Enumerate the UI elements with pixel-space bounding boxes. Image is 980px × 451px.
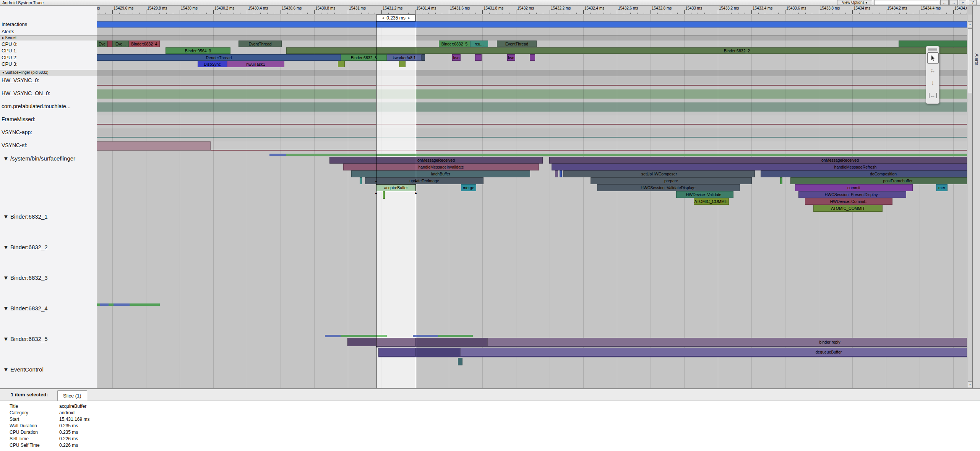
scrollbar-thumb[interactable]: [968, 28, 972, 93]
view-options-button[interactable]: View Options ▾: [837, 0, 872, 5]
trace-slice[interactable]: [269, 154, 286, 156]
trace-slice[interactable]: [780, 177, 782, 184]
trace-slice[interactable]: [97, 21, 967, 28]
track-label-vsync-sf-[interactable]: VSYNC-sf:: [2, 142, 28, 149]
trace-slice[interactable]: Binder:6832_5: [439, 41, 470, 47]
pan-move-icon[interactable]: ↔↕: [927, 65, 938, 76]
track-label-com-prefabulated-touchlate-[interactable]: com.prefabulated.touchlate...: [2, 103, 71, 110]
trace-slice[interactable]: mer: [936, 184, 948, 191]
trace-slice[interactable]: [341, 335, 376, 337]
track-label-binder-6832-1[interactable]: ▼ Binder:6832_1: [3, 213, 48, 220]
selection-corner-handle[interactable]: ▲: [414, 191, 417, 195]
vertical-scrollbar[interactable]: ▲ ▼: [967, 15, 973, 388]
time-ruler[interactable]: 15429.4 ms15429.6 ms15429.8 ms15430 ms15…: [97, 5, 967, 15]
trace-slice[interactable]: onMessageReceived: [329, 157, 543, 164]
trace-slice[interactable]: rcu...: [470, 41, 488, 47]
trace-slice[interactable]: [438, 335, 473, 337]
track-label-binder-6832-2[interactable]: ▼ Binder:6832_2: [3, 244, 48, 251]
selection-cursor-icon[interactable]: [927, 52, 939, 64]
trace-slice[interactable]: [415, 348, 460, 356]
more-button[interactable]: »: [959, 0, 966, 5]
timing-span-icon[interactable]: ↔: [927, 90, 938, 101]
track-label-hw-vsync-0-[interactable]: HW_VSYNC_0:: [2, 77, 39, 84]
trace-slice[interactable]: ATOMIC_COMMIT: [694, 198, 729, 205]
selection-end-line[interactable]: [416, 15, 416, 388]
section-header-kernel[interactable]: ▸ Kernel: [2, 35, 16, 40]
trace-slice[interactable]: onMessageReceived: [549, 157, 967, 164]
trace-slice[interactable]: kso: [452, 54, 461, 61]
trace-slice[interactable]: [325, 335, 341, 337]
trace-slice[interactable]: [97, 303, 100, 306]
trace-slice[interactable]: [383, 191, 385, 199]
trace-slice[interactable]: Binder:6832_4: [129, 41, 160, 47]
trace-slice[interactable]: binder reply: [487, 338, 967, 346]
trace-slice[interactable]: [378, 348, 415, 356]
trace-slice[interactable]: [338, 61, 345, 67]
track-label--system-bin-surfaceflinger[interactable]: ▼ /system/bin/surfaceflinger: [3, 155, 75, 162]
trace-slice[interactable]: Binder:6832_2: [286, 47, 967, 54]
trace-slice[interactable]: dequeueBuffer: [460, 348, 967, 356]
track-label-alerts[interactable]: Alerts: [2, 28, 14, 35]
section-header-surfaceflinger-pid-6832-[interactable]: ▾ SurfaceFlinger (pid 6832): [2, 70, 49, 75]
scroll-down-icon[interactable]: ▼: [968, 381, 972, 387]
trace-slice[interactable]: [413, 335, 438, 337]
trace-slice[interactable]: [555, 170, 558, 177]
trace-slice[interactable]: prepare: [591, 177, 752, 184]
track-label-cpu-2-[interactable]: CPU 2:: [2, 54, 18, 61]
trace-slice[interactable]: updateTexImage: [365, 177, 484, 184]
alerts-side-tab[interactable]: Alerts: [972, 5, 980, 388]
selection-corner-handle[interactable]: ▲: [375, 191, 378, 195]
trace-slice[interactable]: Binder:6832_5: [341, 54, 387, 61]
trace-slice[interactable]: EventThread: [497, 41, 537, 47]
selection-corner-handle[interactable]: ▼: [414, 180, 417, 183]
trace-slice[interactable]: HWCSession::ValidateDisplay::: [597, 184, 740, 191]
trace-slice[interactable]: [415, 338, 487, 346]
track-label-framemissed-[interactable]: FrameMissed:: [2, 116, 36, 123]
trace-slice[interactable]: [378, 356, 967, 357]
trace-slice[interactable]: [530, 54, 535, 61]
trace-slice[interactable]: [422, 54, 425, 61]
trace-slice[interactable]: hwuiTask1: [227, 61, 284, 67]
trace-slice[interactable]: merge: [461, 184, 476, 191]
trace-slice[interactable]: postFramebuffer: [790, 177, 967, 184]
track-label-cpu-0-[interactable]: CPU 0:: [2, 41, 18, 48]
track-label-cpu-1-[interactable]: CPU 1:: [2, 47, 18, 54]
trace-slice[interactable]: [114, 303, 130, 306]
tab-slice[interactable]: Slice (1): [57, 390, 87, 401]
search-input[interactable]: [874, 0, 939, 5]
trace-slice[interactable]: [130, 303, 160, 306]
track-label-cpu-3-[interactable]: CPU 3:: [2, 61, 18, 68]
trace-slice[interactable]: HWDevice::Commit::: [805, 198, 892, 205]
trace-slice[interactable]: [376, 346, 967, 347]
nav-back-button[interactable]: ←: [940, 0, 949, 5]
trace-slice[interactable]: kworker/u8:1: [387, 54, 422, 61]
trace-slice[interactable]: [97, 141, 211, 151]
trace-slice[interactable]: [100, 303, 109, 306]
trace-slice[interactable]: Binder:9564_3: [165, 47, 230, 54]
palette-drag-grip[interactable]: [928, 48, 937, 51]
trace-slice[interactable]: DispSync: [198, 61, 227, 67]
trace-slice[interactable]: kso: [507, 54, 515, 61]
trace-slice[interactable]: [109, 303, 114, 306]
selection-duration-marker[interactable]: ◄ 0.235 ms ►: [376, 15, 416, 21]
trace-slice[interactable]: HWCSession::PresentDisplay::: [798, 191, 906, 198]
trace-slice[interactable]: ATOMIC_COMMIT: [813, 205, 883, 212]
selection-start-line[interactable]: [376, 15, 376, 388]
trace-slice[interactable]: acquireBuffer: [376, 184, 416, 191]
track-label-hw-vsync-on-0-[interactable]: HW_VSYNC_ON_0:: [2, 90, 50, 97]
track-label-binder-6832-4[interactable]: ▼ Binder:6832_4: [3, 305, 48, 312]
trace-slice[interactable]: [286, 154, 967, 156]
track-label-eventcontrol[interactable]: ▼ EventControl: [3, 366, 44, 373]
trace-slice[interactable]: latchBuffer: [351, 170, 530, 177]
trace-slice[interactable]: [376, 335, 387, 337]
scroll-up-icon[interactable]: ▲: [968, 21, 972, 27]
trace-slice[interactable]: [376, 338, 415, 346]
zoom-vertical-icon[interactable]: ↓: [927, 78, 938, 88]
trace-slice[interactable]: RenderThread: [97, 54, 341, 61]
trace-slice[interactable]: Eve...: [112, 41, 129, 47]
track-label-binder-6832-3[interactable]: ▼ Binder:6832_3: [3, 274, 48, 281]
trace-slice[interactable]: handleMessageInvalidate: [343, 164, 539, 170]
track-label-interactions[interactable]: Interactions: [2, 21, 27, 28]
trace-slice[interactable]: EventThread: [239, 41, 282, 47]
trace-slice[interactable]: setUpHWComposer: [563, 170, 755, 177]
